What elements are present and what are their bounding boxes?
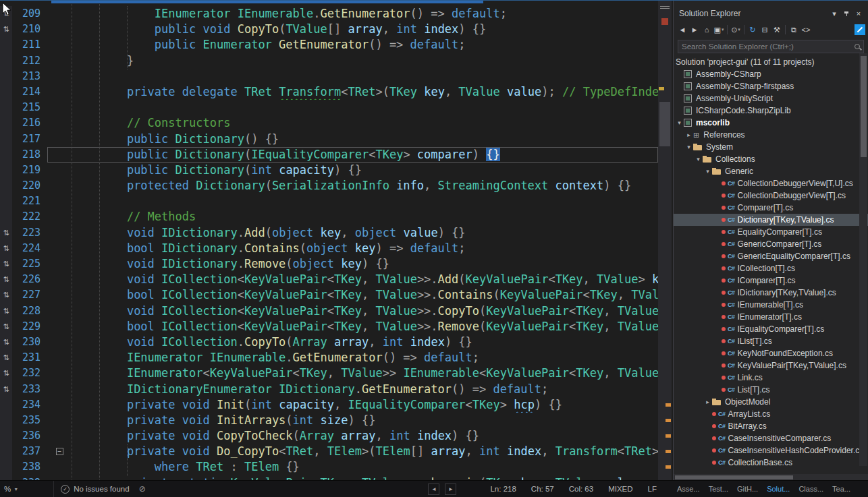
- editor-scrollbar[interactable]: [658, 1, 672, 480]
- implementation-marker-icon[interactable]: ⇅: [0, 350, 12, 366]
- tree-item[interactable]: C#ICollection[T].cs: [674, 262, 868, 274]
- view-code-button[interactable]: <>: [800, 24, 812, 36]
- line-number[interactable]: 209: [12, 6, 47, 22]
- close-icon[interactable]: ×: [853, 8, 864, 19]
- code-line[interactable]: 238 where TRet : TElem {}: [0, 459, 673, 475]
- tree-item[interactable]: C#CollectionDebuggerView[T,U].cs: [674, 177, 868, 189]
- code-line[interactable]: 221: [0, 194, 673, 209]
- expander-icon[interactable]: ▸: [684, 131, 693, 138]
- implementation-marker-icon[interactable]: ⇅: [0, 287, 12, 303]
- folding-margin[interactable]: [47, 163, 72, 178]
- line-number[interactable]: 225: [12, 256, 47, 272]
- tree-vertical-scrollbar[interactable]: [859, 53, 867, 466]
- line-number[interactable]: 222: [12, 209, 47, 225]
- code-line[interactable]: 222 // Methods: [0, 209, 673, 225]
- line-number[interactable]: 238: [12, 459, 47, 475]
- breakpoint-margin[interactable]: [0, 37, 12, 53]
- breakpoint-margin[interactable]: [0, 413, 12, 428]
- folding-margin[interactable]: [47, 397, 72, 413]
- folding-margin[interactable]: [47, 350, 72, 366]
- code-line[interactable]: 237– private void Do_CopyTo<TRet, TElem>…: [0, 444, 673, 459]
- breakpoint-margin[interactable]: [0, 115, 12, 131]
- folding-margin[interactable]: [47, 84, 72, 100]
- folding-margin[interactable]: [47, 475, 72, 480]
- refresh-button[interactable]: ↻: [747, 24, 759, 36]
- tree-item[interactable]: Solution 'project-gui' (11 of 11 project…: [674, 56, 868, 68]
- indentation-indicator[interactable]: MIXED: [608, 485, 632, 493]
- expander-icon[interactable]: ▾: [694, 156, 703, 163]
- tree-item[interactable]: ▾System: [674, 141, 868, 153]
- breakpoint-margin[interactable]: [0, 53, 12, 69]
- search-icon[interactable]: [855, 44, 860, 49]
- code-line[interactable]: ⇅210 public void CopyTo(TValue[] array, …: [0, 22, 673, 37]
- line-number[interactable]: 227: [12, 287, 47, 303]
- code-line[interactable]: 219 public Dictionary(int capacity) {}: [0, 163, 673, 178]
- code-line[interactable]: ⇅227 bool ICollection<KeyValuePair<TKey,…: [0, 287, 673, 303]
- code-line[interactable]: 218 public Dictionary(IEqualityComparer<…: [0, 147, 673, 163]
- tree-item[interactable]: C#GenericComparer[T].cs: [674, 238, 868, 250]
- code-line[interactable]: 235 private void InitArrays(int size) {}: [0, 413, 673, 428]
- forward-button[interactable]: ►: [688, 24, 701, 36]
- folding-margin[interactable]: –: [47, 444, 72, 459]
- line-number[interactable]: 212: [12, 53, 47, 69]
- properties-button[interactable]: ⚒: [771, 24, 783, 36]
- code-line[interactable]: ⇅231 IEnumerator IEnumerable.GetEnumerat…: [0, 350, 673, 366]
- line-number[interactable]: 210: [12, 22, 47, 37]
- breakpoint-margin[interactable]: [0, 397, 12, 413]
- line-number[interactable]: 236: [12, 428, 47, 444]
- window-position-icon[interactable]: ▾: [829, 8, 840, 19]
- code-line[interactable]: ⇅224 bool IDictionary.Contains(object ke…: [0, 241, 673, 256]
- tree-item[interactable]: C#Link.cs: [674, 372, 868, 384]
- breakpoint-margin[interactable]: [0, 459, 12, 475]
- line-number[interactable]: 233: [12, 382, 47, 397]
- collapse-all-button[interactable]: ⊟: [759, 24, 771, 36]
- navigate-back-button[interactable]: ◄: [428, 484, 439, 495]
- tree-item[interactable]: C#List[T].cs: [674, 384, 868, 396]
- breakpoint-margin[interactable]: [0, 100, 12, 115]
- tree-item[interactable]: ICSharpCode.SharpZipLib: [674, 105, 868, 117]
- code-line[interactable]: 234 private void Init(int capacity, IEqu…: [0, 397, 673, 413]
- panel-tab-class[interactable]: Class...: [798, 485, 823, 493]
- code-line[interactable]: 220 protected Dictionary(SerializationIn…: [0, 178, 673, 194]
- line-number[interactable]: 220: [12, 178, 47, 194]
- code-line[interactable]: 212 }: [0, 53, 673, 69]
- back-button[interactable]: ◄: [676, 24, 688, 36]
- breakpoint-margin[interactable]: [0, 444, 12, 459]
- breakpoint-margin[interactable]: [0, 84, 12, 100]
- line-number[interactable]: 223: [12, 225, 47, 241]
- implementation-marker-icon[interactable]: ⇅: [0, 319, 12, 334]
- code-line[interactable]: ⇅233 IDictionaryEnumerator IDictionary.G…: [0, 382, 673, 397]
- tree-item[interactable]: C#IComparer[T].cs: [674, 274, 868, 287]
- tree-item[interactable]: Assembly-CSharp: [674, 68, 868, 80]
- folding-margin[interactable]: [47, 194, 72, 209]
- filter-dropdown-button[interactable]: ⊙▾: [730, 24, 742, 36]
- line-number[interactable]: 215: [12, 100, 47, 115]
- implementation-marker-icon[interactable]: ⇅: [0, 256, 12, 272]
- column-indicator[interactable]: Col: 63: [569, 485, 593, 493]
- code-line[interactable]: ⇅223 void IDictionary.Add(object key, ob…: [0, 225, 673, 241]
- code-line[interactable]: 217 public Dictionary() {}: [0, 131, 673, 147]
- tree-item[interactable]: C#IEnumerable[T].cs: [674, 299, 868, 311]
- tree-item[interactable]: C#IEnumerator[T].cs: [674, 311, 868, 323]
- panel-tab-tea[interactable]: Tea...: [832, 485, 850, 493]
- tree-item[interactable]: C#IList[T].cs: [674, 335, 868, 347]
- tree-item[interactable]: C#BitArray.cs: [674, 420, 868, 432]
- line-number[interactable]: 219: [12, 163, 47, 178]
- implementation-marker-icon[interactable]: ⇅: [0, 382, 12, 397]
- line-number[interactable]: 211: [12, 37, 47, 53]
- tree-item[interactable]: C#IDictionary[TKey,TValue].cs: [674, 287, 868, 299]
- implementation-marker-icon[interactable]: ⇅: [0, 366, 12, 381]
- navigate-forward-button[interactable]: ►: [445, 484, 456, 495]
- folding-margin[interactable]: [47, 225, 72, 241]
- tree-item[interactable]: C#CollectionBase.cs: [674, 457, 868, 469]
- line-number[interactable]: 226: [12, 272, 47, 287]
- tree-item[interactable]: Assembly-CSharp-firstpass: [674, 80, 868, 92]
- folding-margin[interactable]: [47, 287, 72, 303]
- folding-margin[interactable]: [47, 100, 72, 115]
- line-number[interactable]: 231: [12, 350, 47, 366]
- implementation-marker-icon[interactable]: ⇅: [0, 225, 12, 241]
- code-line[interactable]: 211 public Enumerator GetEnumerator() =>…: [0, 37, 673, 53]
- line-number[interactable]: 221: [12, 194, 47, 209]
- line-number[interactable]: 237: [12, 444, 47, 459]
- tree-item[interactable]: C#EqualityComparer[T].cs: [674, 226, 868, 238]
